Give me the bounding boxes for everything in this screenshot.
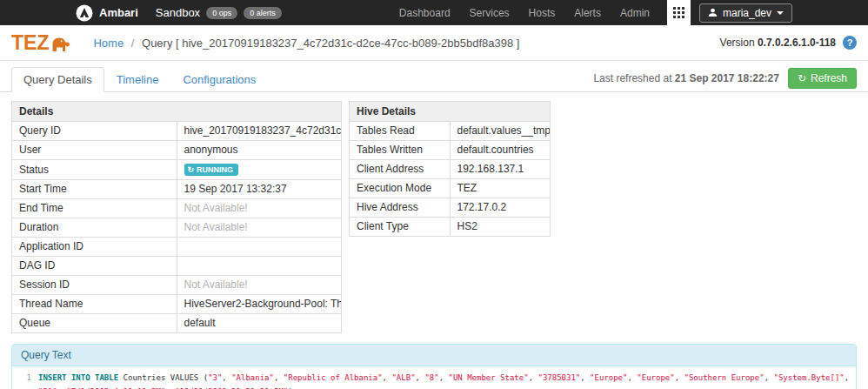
table-row: Tables Read default.values__tmp__table__… xyxy=(350,122,551,141)
row-value: 172.17.0.2 xyxy=(450,198,551,218)
user-icon xyxy=(708,8,718,17)
brand-label: Ambari xyxy=(99,6,138,19)
row-value: hive_20170919183237_4c72d31c-d2ce-47cc-b… xyxy=(177,122,342,141)
tab-query-details[interactable]: Query Details xyxy=(11,67,104,92)
table-row: Session ID Not Available! xyxy=(12,276,342,295)
table-row: Client Address 192.168.137.1 xyxy=(350,160,551,179)
table-row: Application ID xyxy=(12,238,342,257)
alerts-badge[interactable]: 0 alerts xyxy=(244,7,282,19)
row-value: default.countries xyxy=(450,141,551,160)
code-line: INSERT INTO TABLE Countries VALUES ("3",… xyxy=(38,371,856,385)
row-label: Session ID xyxy=(12,276,177,295)
table-row: Thread Name HiveServer2-Background-Pool:… xyxy=(12,295,342,314)
row-label: Hive Address xyxy=(350,198,451,218)
code-line: "20", "7/1/2013 4:00:00 PM", "12/31/9999… xyxy=(38,385,856,389)
tab-timeline[interactable]: Timeline xyxy=(104,67,171,92)
tez-logo: TEZ xyxy=(11,33,70,53)
row-label: Client Type xyxy=(350,218,451,237)
cluster-name[interactable]: Sandbox xyxy=(156,6,200,19)
nav-link-services[interactable]: Services xyxy=(460,7,519,19)
apps-grid-icon xyxy=(673,7,684,18)
row-value: TEZ xyxy=(450,179,551,198)
last-refreshed-label: Last refreshed at xyxy=(593,72,671,84)
table-row: Tables Written default.countries xyxy=(350,141,551,160)
table-row: Execution Mode TEZ xyxy=(350,179,551,198)
ops-badge[interactable]: 0 ops xyxy=(206,7,237,19)
row-label: User xyxy=(12,141,177,160)
row-value: HiveServer2-Background-Pool: Thread-2030… xyxy=(177,295,342,314)
query-text-panel-body: 1 INSERT INTO TABLE Countries VALUES ("3… xyxy=(12,366,856,389)
row-value: Not Available! xyxy=(177,199,342,218)
tab-bar: Query Details Timeline Configurations La… xyxy=(0,61,868,92)
query-code: INSERT INTO TABLE Countries VALUES ("3",… xyxy=(38,371,856,389)
row-value: 192.168.137.1 xyxy=(450,160,551,179)
breadcrumb: Home / Query [ hive_20170919183237_4c72d… xyxy=(93,37,519,50)
hive-details-table-title: Hive Details xyxy=(350,102,551,122)
version-label: Version xyxy=(720,37,755,49)
row-value xyxy=(177,257,342,276)
status-badge: ↻ RUNNING xyxy=(184,164,239,176)
table-row: Start Time 19 Sep 2017 13:32:37 xyxy=(12,180,342,199)
spinner-icon: ↻ xyxy=(188,165,195,174)
table-row: User anonymous xyxy=(12,141,342,160)
row-label: Client Address xyxy=(350,160,451,179)
row-value: Not Available! xyxy=(177,276,342,295)
nav-link-dashboard[interactable]: Dashboard xyxy=(390,7,460,19)
caret-down-icon xyxy=(777,11,784,15)
row-label: Start Time xyxy=(12,180,177,199)
row-value: ↻ RUNNING xyxy=(177,160,342,180)
table-row: Duration Not Available! xyxy=(12,218,342,238)
version-text: Version 0.7.0.2.6.1.0-118 xyxy=(720,37,836,49)
row-value: default xyxy=(177,314,342,333)
row-value: HS2 xyxy=(450,218,551,237)
breadcrumb-separator: / xyxy=(131,37,135,50)
table-row: Client Type HS2 xyxy=(350,218,551,237)
table-row: DAG ID xyxy=(12,257,342,276)
row-label: Tables Read xyxy=(350,122,451,141)
row-label: DAG ID xyxy=(12,257,177,276)
breadcrumb-home[interactable]: Home xyxy=(93,37,124,50)
row-value xyxy=(177,238,342,257)
last-refreshed-text: Last refreshed at 21 Sep 2017 18:22:27 xyxy=(593,72,779,84)
tez-logo-text: TEZ xyxy=(11,33,49,53)
status-badge-label: RUNNING xyxy=(197,165,233,174)
row-label: Duration xyxy=(12,218,177,238)
top-navbar: Ambari Sandbox 0 ops 0 alerts Dashboard … xyxy=(0,0,868,25)
table-row: Query ID hive_20170919183237_4c72d31c-d2… xyxy=(12,122,342,141)
user-name: maria_dev xyxy=(723,7,771,19)
nav-link-admin[interactable]: Admin xyxy=(611,7,659,19)
tab-configurations[interactable]: Configurations xyxy=(170,67,268,92)
table-row: Hive Address 172.17.0.2 xyxy=(350,198,551,218)
row-label: Thread Name xyxy=(12,295,177,314)
refresh-button[interactable]: ↻ Refresh xyxy=(788,68,857,89)
nav-link-alerts[interactable]: Alerts xyxy=(564,7,611,19)
tez-elephant-icon xyxy=(50,35,70,53)
ambari-brand[interactable]: Ambari xyxy=(76,4,138,22)
row-value: default.values__tmp__table__1 xyxy=(450,122,551,141)
table-header-row: Hive Details xyxy=(350,102,551,122)
row-label: Execution Mode xyxy=(350,179,451,198)
details-table-title: Details xyxy=(12,102,342,122)
nav-link-hosts[interactable]: Hosts xyxy=(519,7,565,19)
refresh-icon: ↻ xyxy=(798,72,806,84)
last-refreshed-timestamp: 21 Sep 2017 18:22:27 xyxy=(675,72,779,84)
row-label: Status xyxy=(12,160,177,180)
row-label: Query ID xyxy=(12,122,177,141)
table-row: Queue default xyxy=(12,314,342,333)
table-row: End Time Not Available! xyxy=(12,199,342,218)
row-label: Queue xyxy=(12,314,177,333)
user-menu-button[interactable]: maria_dev xyxy=(699,3,792,23)
query-text-panel: Query Text 1 INSERT INTO TABLE Countries… xyxy=(11,344,857,389)
details-table: Details Query ID hive_20170919183237_4c7… xyxy=(11,101,342,333)
breadcrumb-current: Query [ hive_20170919183237_4c72d31c-d2c… xyxy=(142,37,519,50)
help-icon[interactable]: ? xyxy=(843,36,857,50)
refresh-button-label: Refresh xyxy=(811,72,847,84)
views-menu-button[interactable] xyxy=(667,0,691,25)
tez-header: TEZ Home / Query [ hive_20170919183237_4… xyxy=(0,25,868,61)
row-value: anonymous xyxy=(177,141,342,160)
version-value: 0.7.0.2.6.1.0-118 xyxy=(758,37,836,49)
hive-details-table: Hive Details Tables Read default.values_… xyxy=(349,101,551,237)
query-text-panel-title: Query Text xyxy=(12,345,856,366)
ambari-logo-icon xyxy=(76,4,93,22)
table-header-row: Details xyxy=(12,102,342,122)
